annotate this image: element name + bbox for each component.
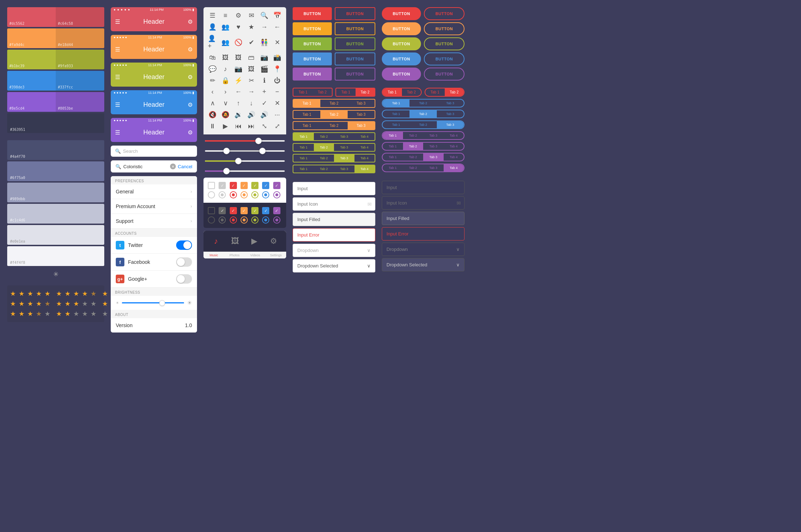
- tab3-active[interactable]: Tab 3: [348, 122, 375, 129]
- slider-olive[interactable]: [205, 157, 285, 165]
- slider-thumb[interactable]: [259, 148, 266, 154]
- facebook-toggle[interactable]: [176, 257, 192, 267]
- button-orange-filled[interactable]: BUTTON: [293, 22, 332, 35]
- tab4[interactable]: Tab 4: [444, 153, 464, 161]
- button-olive-filled[interactable]: BUTTON: [293, 37, 332, 50]
- tab4[interactable]: Tab 4: [444, 143, 464, 150]
- tab1[interactable]: Tab 1: [383, 121, 409, 128]
- tab4-active[interactable]: Tab 4: [354, 165, 375, 173]
- search-box[interactable]: 🔍 Search: [111, 146, 197, 157]
- menu-icon[interactable]: ☰: [115, 129, 120, 136]
- dropdown-default[interactable]: Dropdown ∨: [293, 244, 375, 257]
- menu-icon[interactable]: ☰: [115, 18, 120, 25]
- checkbox-checked-purple[interactable]: ✓: [273, 182, 280, 189]
- button-red-outline[interactable]: BUTTON: [335, 7, 375, 20]
- tab1-item[interactable]: Tab 1: [293, 122, 320, 129]
- tab4-active[interactable]: Tab 4: [444, 164, 464, 171]
- tab1-item[interactable]: Tab 1: [293, 111, 320, 118]
- radio-blue[interactable]: [262, 191, 269, 198]
- tab3[interactable]: Tab 3: [423, 132, 444, 139]
- button-red-filled[interactable]: BUTTON: [293, 7, 332, 20]
- tab1-active[interactable]: Tab 1: [383, 100, 409, 107]
- checkbox-checked-red[interactable]: ✓: [230, 182, 237, 189]
- checkbox-dark-olive[interactable]: ✓: [251, 207, 258, 214]
- tab2-active[interactable]: Tab 2: [445, 88, 464, 96]
- tab2[interactable]: Tab 2: [409, 100, 436, 107]
- twitter-toggle[interactable]: [176, 240, 192, 250]
- slider-thumb[interactable]: [255, 138, 262, 144]
- dark-button-blue-outline[interactable]: BUTTON: [424, 52, 464, 65]
- tab1[interactable]: Tab 1: [383, 143, 403, 150]
- tab2[interactable]: Tab 2: [409, 121, 436, 128]
- tab2-item[interactable]: Tab 2: [320, 122, 347, 129]
- active-search-box[interactable]: 🔍 Coloristic ✕ Cancel: [111, 160, 197, 173]
- dark-button-red-filled[interactable]: BUTTON: [382, 7, 421, 20]
- tab3[interactable]: Tab 3: [423, 143, 444, 150]
- button-purple-filled[interactable]: BUTTON: [293, 68, 332, 81]
- checkbox-checked-blue[interactable]: ✓: [262, 182, 269, 189]
- dark-button-red-outline[interactable]: BUTTON: [424, 7, 464, 20]
- dark-button-olive-outline[interactable]: BUTTON: [424, 37, 464, 50]
- tab1-active[interactable]: Tab 1: [383, 88, 402, 96]
- tab-music[interactable]: ♪: [208, 237, 224, 246]
- radio-dark-olive[interactable]: [251, 216, 258, 224]
- dark-dropdown-selected[interactable]: Dropdown Selected ∨: [382, 258, 464, 271]
- checkbox-checked-olive[interactable]: ✓: [251, 182, 258, 189]
- tab1[interactable]: Tab 1: [383, 110, 409, 118]
- checkbox-dark-blue[interactable]: ✓: [262, 207, 269, 214]
- dark-input-icon[interactable]: [382, 196, 464, 210]
- settings-premium[interactable]: Premium Account ›: [111, 199, 197, 214]
- facebook-row[interactable]: f Facebook: [111, 254, 197, 271]
- tab2[interactable]: Tab 2: [403, 153, 424, 161]
- tab2-active[interactable]: Tab 2: [409, 110, 436, 118]
- settings-icon[interactable]: ⚙: [188, 18, 193, 25]
- checkbox-dark-purple[interactable]: ✓: [273, 207, 280, 214]
- slider-thumb[interactable]: [223, 148, 230, 154]
- dropdown-selected[interactable]: Dropdown Selected ∨: [293, 259, 375, 272]
- tab3[interactable]: Tab 3: [437, 110, 464, 118]
- checkbox-dark-red[interactable]: ✓: [230, 207, 237, 214]
- menu-icon[interactable]: ☰: [115, 46, 120, 53]
- tab4[interactable]: Tab 4: [444, 132, 464, 139]
- dark-input-default[interactable]: [382, 181, 464, 194]
- tab2-item[interactable]: Tab 2: [320, 100, 347, 107]
- slider-purple[interactable]: [205, 168, 285, 175]
- tab4[interactable]: Tab 4: [354, 155, 375, 162]
- radio-olive[interactable]: [251, 191, 258, 198]
- radio-dark-empty[interactable]: [208, 216, 215, 224]
- checkbox-dark-empty[interactable]: [208, 207, 215, 214]
- tab3[interactable]: Tab 3: [423, 164, 444, 171]
- tab2[interactable]: Tab 2: [403, 132, 424, 139]
- tab2[interactable]: Tab 2: [314, 165, 334, 173]
- tab-settings[interactable]: ⚙: [266, 237, 282, 246]
- tab3[interactable]: Tab 3: [334, 165, 354, 173]
- tab2-item[interactable]: Tab 2: [313, 88, 332, 96]
- radio-dark-red[interactable]: [230, 216, 237, 224]
- radio-purple[interactable]: [273, 191, 280, 198]
- checkbox-checked-gray[interactable]: ✓: [219, 182, 226, 189]
- input-default[interactable]: [293, 182, 375, 195]
- menu-icon[interactable]: ☰: [115, 101, 120, 108]
- checkbox-checked-orange[interactable]: ✓: [241, 182, 248, 189]
- tab3-item[interactable]: Tab 3: [348, 100, 375, 107]
- settings-icon[interactable]: ⚙: [188, 46, 193, 53]
- radio-dark-gray[interactable]: [219, 216, 226, 224]
- dark-button-orange-outline[interactable]: BUTTON: [424, 22, 464, 35]
- settings-icon[interactable]: ⚙: [188, 129, 193, 136]
- slider-thumb[interactable]: [235, 158, 242, 164]
- slider-thumb[interactable]: [223, 168, 230, 174]
- dark-input-error[interactable]: [382, 227, 464, 240]
- radio-dark-orange[interactable]: [241, 216, 248, 224]
- input-filled[interactable]: [293, 213, 375, 226]
- googleplus-row[interactable]: g+ Google+: [111, 271, 197, 288]
- tab2-item-active[interactable]: Tab 2: [356, 88, 375, 96]
- radio-dark-purple[interactable]: [273, 216, 280, 224]
- tab2-item[interactable]: Tab 2: [402, 88, 421, 96]
- tab-videos[interactable]: ▶: [246, 237, 263, 246]
- radio-gray[interactable]: [219, 191, 226, 198]
- radio-dark-blue[interactable]: [262, 216, 269, 224]
- input-icon[interactable]: [293, 197, 375, 211]
- slider-gray[interactable]: [205, 147, 285, 155]
- tab2-active[interactable]: Tab 2: [314, 144, 334, 151]
- dark-button-purple-filled[interactable]: BUTTON: [382, 68, 421, 81]
